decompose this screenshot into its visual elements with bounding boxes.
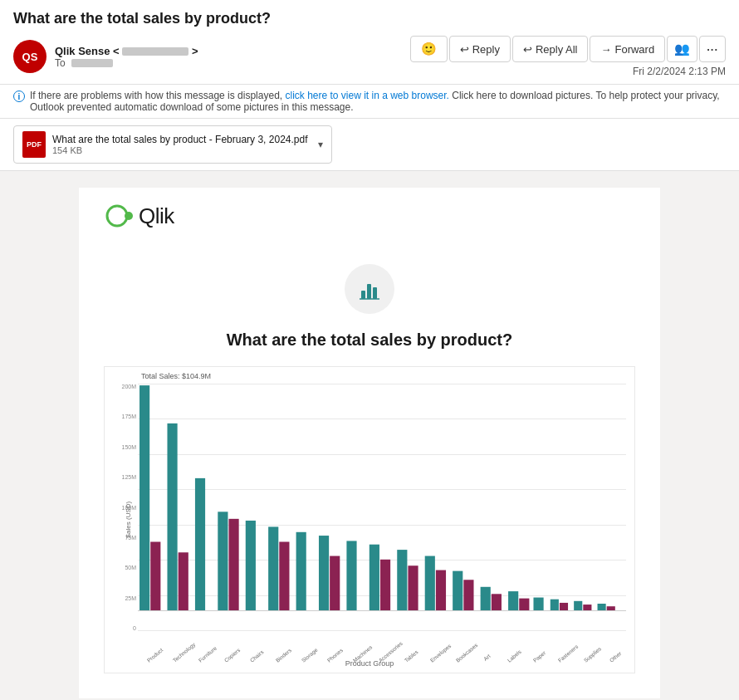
email-header: What are the total sales by product? QS …: [0, 0, 739, 85]
to-email-redacted: [71, 59, 113, 67]
teams-button[interactable]: 👥: [667, 36, 697, 62]
x-axis-title: Product Group: [345, 659, 394, 668]
svg-rect-24: [425, 556, 435, 611]
svg-rect-22: [397, 550, 407, 610]
svg-rect-7: [150, 542, 160, 611]
ellipsis-icon: ···: [707, 43, 718, 56]
email-meta-row: QS Qlik Sense < > To: [13, 36, 726, 77]
chart-title: What are the total sales by product?: [104, 330, 635, 350]
svg-rect-10: [195, 478, 205, 611]
chevron-down-icon: ▾: [318, 139, 323, 150]
attachment-info: What are the total sales by product - Fe…: [52, 134, 308, 155]
svg-rect-38: [607, 606, 615, 610]
svg-rect-29: [492, 594, 502, 610]
email-subject: What are the total sales by product?: [13, 10, 726, 27]
emoji-button[interactable]: 🙂: [410, 36, 448, 62]
svg-rect-37: [598, 604, 606, 611]
svg-rect-6: [139, 385, 149, 610]
svg-rect-34: [560, 603, 568, 611]
reply-all-arrow-icon: ↩: [523, 43, 532, 56]
svg-rect-28: [481, 587, 491, 611]
svg-point-0: [107, 206, 127, 226]
svg-rect-9: [179, 552, 188, 610]
qlik-logo: Qlik: [104, 201, 635, 231]
pdf-icon: PDF: [22, 131, 46, 158]
bar-chart-icon: [356, 276, 383, 302]
sender-email-redacted: [122, 47, 188, 56]
chart-icon-container: [104, 264, 635, 314]
svg-rect-27: [463, 580, 473, 610]
action-buttons: 🙂 ↩ Reply ↩ Reply All → Forward: [410, 36, 726, 62]
reply-button[interactable]: ↩ Reply: [449, 36, 511, 62]
sender-info: Qlik Sense < > To: [55, 45, 198, 69]
attachment-bar: PDF What are the total sales by product …: [0, 119, 739, 171]
bar-chart: Total Sales: $104.9M 200M 175M 150M 125M…: [104, 366, 635, 673]
email-container: What are the total sales by product? QS …: [0, 0, 739, 700]
reply-arrow-icon: ↩: [460, 43, 469, 56]
bar-chart-svg: [138, 384, 626, 631]
email-from-section: QS Qlik Sense < > To: [13, 40, 198, 73]
chart-total-label: Total Sales: $104.9M: [141, 372, 211, 380]
info-bar-text: If there are problems with how this mess…: [30, 90, 726, 113]
avatar: QS: [13, 40, 46, 73]
info-icon: i: [13, 91, 25, 102]
svg-rect-4: [373, 287, 377, 299]
attachment-name: What are the total sales by product - Fe…: [52, 134, 308, 145]
svg-rect-21: [380, 560, 390, 611]
svg-rect-2: [361, 291, 365, 299]
svg-rect-30: [508, 591, 518, 610]
info-bar: i If there are problems with how this me…: [0, 85, 739, 119]
svg-rect-15: [279, 542, 289, 611]
chart-icon-circle: [345, 264, 394, 314]
svg-rect-16: [296, 532, 306, 611]
svg-rect-25: [436, 570, 446, 611]
svg-rect-26: [453, 571, 462, 611]
forward-arrow-icon: →: [600, 43, 611, 56]
svg-rect-35: [574, 601, 582, 611]
attachment-size: 154 KB: [52, 145, 308, 155]
forward-button[interactable]: → Forward: [590, 36, 665, 62]
content-card: What are the total sales by product? Tot…: [79, 239, 660, 698]
svg-point-1: [125, 212, 133, 220]
email-body: Qlik What are the total sales by product…: [0, 171, 739, 700]
svg-rect-14: [268, 526, 278, 610]
svg-rect-11: [218, 512, 228, 610]
qlik-logo-svg: [104, 201, 134, 231]
attachment-item[interactable]: PDF What are the total sales by product …: [13, 125, 332, 164]
svg-rect-12: [228, 519, 238, 611]
view-in-browser-link[interactable]: click here to view it in a web browser.: [285, 90, 448, 101]
svg-rect-32: [533, 598, 543, 611]
svg-rect-18: [330, 556, 340, 611]
svg-rect-19: [346, 541, 356, 610]
y-axis-label: Sales (USD): [125, 502, 132, 538]
email-datetime: Fri 2/2/2024 2:13 PM: [633, 66, 726, 77]
sender-to: To: [55, 57, 198, 69]
svg-rect-13: [246, 521, 256, 611]
svg-rect-33: [551, 600, 559, 611]
reply-all-button[interactable]: ↩ Reply All: [512, 36, 589, 62]
teams-icon: 👥: [674, 42, 690, 56]
more-options-button[interactable]: ···: [699, 36, 726, 62]
svg-rect-36: [583, 605, 591, 610]
svg-rect-20: [370, 545, 379, 611]
qlik-logo-area: Qlik: [79, 188, 660, 239]
svg-rect-31: [519, 599, 529, 611]
svg-rect-3: [367, 284, 371, 299]
header-right: 🙂 ↩ Reply ↩ Reply All → Forward: [410, 36, 726, 77]
emoji-icon: 🙂: [421, 42, 437, 56]
svg-rect-23: [408, 565, 418, 610]
svg-rect-8: [167, 423, 177, 611]
sender-name: Qlik Sense < >: [55, 45, 198, 57]
qlik-logo-text: Qlik: [139, 203, 174, 229]
svg-rect-17: [319, 536, 329, 610]
